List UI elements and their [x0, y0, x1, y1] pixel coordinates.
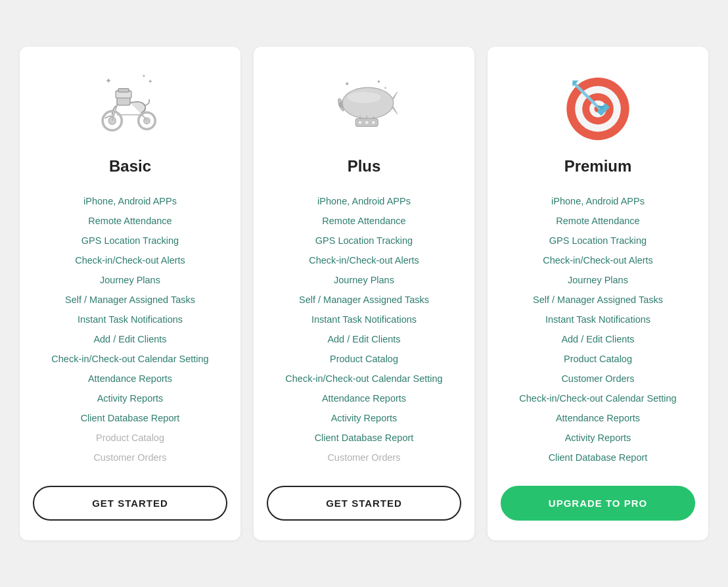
feature-item: Remote Attendance: [501, 211, 695, 231]
feature-item: Product Catalog: [267, 349, 461, 369]
feature-item: Self / Manager Assigned Tasks: [501, 290, 695, 310]
feature-item: Check-in/Check-out Alerts: [33, 250, 227, 270]
basic-features-list: iPhone, Android APPsRemote AttendanceGPS…: [33, 191, 227, 467]
feature-item: Journey Plans: [501, 270, 695, 290]
svg-point-26: [371, 120, 376, 125]
feature-item: Customer Orders: [267, 448, 461, 467]
svg-text:✦: ✦: [142, 73, 146, 79]
feature-item: Client Database Report: [33, 408, 227, 428]
feature-item: Instant Task Notifications: [267, 310, 461, 329]
svg-text:✦: ✦: [384, 86, 387, 90]
premium-title: Premium: [564, 157, 632, 176]
svg-point-25: [365, 120, 369, 125]
plus-icon: ✦ ✦ ✦: [325, 66, 403, 145]
plus-title: Plus: [348, 157, 381, 176]
svg-text:✦: ✦: [105, 76, 112, 85]
feature-item: Client Database Report: [501, 448, 695, 467]
feature-item: Activity Reports: [33, 388, 227, 408]
feature-item: Check-in/Check-out Calendar Setting: [501, 388, 695, 408]
feature-item: Attendance Reports: [267, 388, 461, 408]
feature-item: Add / Edit Clients: [501, 329, 695, 349]
feature-item: Add / Edit Clients: [33, 329, 227, 349]
plan-card-premium: PremiumiPhone, Android APPsRemote Attend…: [488, 47, 708, 540]
feature-item: Check-in/Check-out Alerts: [501, 250, 695, 270]
basic-cta-button[interactable]: GET STARTED: [33, 486, 227, 521]
feature-item: Product Catalog: [33, 428, 227, 448]
feature-item: Activity Reports: [501, 428, 695, 448]
feature-item: Instant Task Notifications: [33, 310, 227, 329]
svg-rect-5: [118, 89, 129, 92]
feature-item: iPhone, Android APPs: [501, 191, 695, 211]
feature-item: Journey Plans: [267, 270, 461, 290]
feature-item: Check-in/Check-out Calendar Setting: [33, 349, 227, 369]
plan-card-plus: ✦ ✦ ✦ PlusiPhone, Android APPsRemote Att…: [254, 47, 474, 540]
feature-item: Add / Edit Clients: [267, 329, 461, 349]
premium-cta-button[interactable]: UPGRADE TO PRO: [501, 486, 695, 521]
feature-item: Product Catalog: [501, 349, 695, 369]
premium-icon: [558, 66, 637, 145]
feature-item: Instant Task Notifications: [501, 310, 695, 329]
feature-item: GPS Location Tracking: [267, 231, 461, 250]
feature-item: Activity Reports: [267, 408, 461, 428]
feature-item: Attendance Reports: [33, 369, 227, 388]
feature-item: iPhone, Android APPs: [267, 191, 461, 211]
feature-item: iPhone, Android APPs: [33, 191, 227, 211]
feature-item: Check-in/Check-out Calendar Setting: [267, 369, 461, 388]
feature-item: Remote Attendance: [267, 211, 461, 231]
svg-line-6: [145, 103, 149, 106]
svg-text:✦: ✦: [376, 79, 381, 85]
pricing-container: ✦ ✦ ✦ BasiciPhone, Android APPsRemote At…: [13, 40, 715, 547]
feature-item: Self / Manager Assigned Tasks: [267, 290, 461, 310]
plus-features-list: iPhone, Android APPsRemote AttendanceGPS…: [267, 191, 461, 467]
feature-item: Check-in/Check-out Alerts: [267, 250, 461, 270]
plan-card-basic: ✦ ✦ ✦ BasiciPhone, Android APPsRemote At…: [20, 47, 240, 540]
basic-title: Basic: [109, 157, 151, 176]
feature-item: GPS Location Tracking: [501, 231, 695, 250]
feature-item: Journey Plans: [33, 270, 227, 290]
svg-point-24: [358, 120, 363, 125]
feature-item: Remote Attendance: [33, 211, 227, 231]
feature-item: Client Database Report: [267, 428, 461, 448]
basic-icon: ✦ ✦ ✦: [91, 66, 170, 145]
feature-item: Customer Orders: [33, 448, 227, 467]
svg-point-19: [348, 92, 381, 103]
plus-cta-button[interactable]: GET STARTED: [267, 486, 461, 521]
feature-item: Self / Manager Assigned Tasks: [33, 290, 227, 310]
feature-item: Customer Orders: [501, 369, 695, 388]
feature-item: GPS Location Tracking: [33, 231, 227, 250]
premium-features-list: iPhone, Android APPsRemote AttendanceGPS…: [501, 191, 695, 467]
svg-text:✦: ✦: [344, 80, 350, 87]
svg-text:✦: ✦: [148, 78, 153, 85]
feature-item: Attendance Reports: [501, 408, 695, 428]
